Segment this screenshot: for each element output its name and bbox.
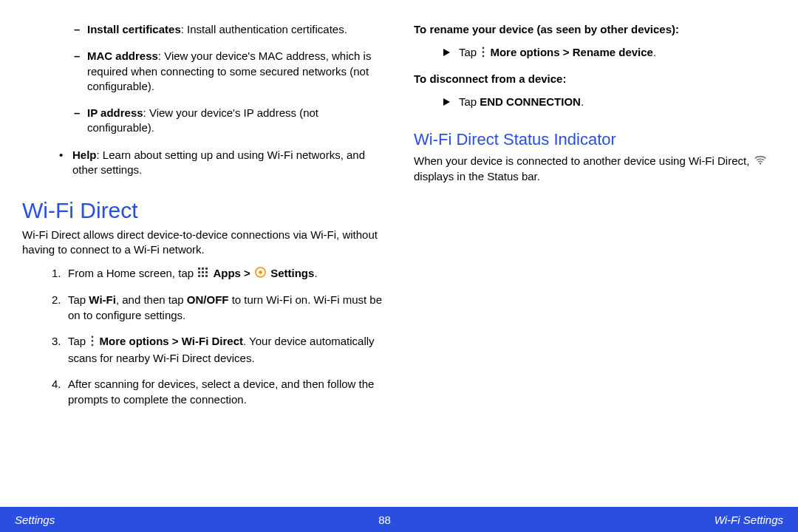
step-1: From a Home screen, tap Apps > Settings. [52, 265, 384, 282]
svg-rect-7 [202, 275, 204, 277]
step-3: Tap More options > Wi-Fi Direct. Your de… [52, 333, 384, 366]
sub-item-mac-address: MAC address: View your device's MAC addr… [74, 49, 384, 94]
footer-right: Wi-Fi Settings [715, 514, 783, 526]
svg-point-10 [259, 270, 262, 274]
rename-heading: To rename your device (as seen by other … [414, 22, 776, 37]
status-indicator-heading: Wi-Fi Direct Status Indicator [414, 130, 776, 149]
settings-gear-icon [255, 266, 266, 282]
sub-label: MAC address [87, 50, 158, 62]
arrow-icon [443, 98, 450, 106]
disconnect-instruction: Tap END CONNECTION. [443, 94, 776, 109]
help-label: Help [72, 149, 97, 161]
sub-label: IP address [87, 106, 143, 119]
right-column: To rename your device (as seen by other … [399, 22, 783, 495]
step-4: After scanning for devices, select a dev… [52, 376, 384, 407]
svg-rect-2 [205, 267, 208, 270]
sub-label: Install certificates [87, 23, 181, 35]
sub-desc: : Install authentication certificates. [181, 23, 347, 35]
wifi-direct-intro: Wi-Fi Direct allows direct device-to-dev… [22, 228, 384, 258]
sub-item-install-certs: Install certificates: Install authentica… [74, 22, 384, 37]
help-item: Help: Learn about setting up and using W… [59, 148, 384, 178]
step-2: Tap Wi-Fi, and then tap ON/OFF to turn W… [52, 292, 384, 323]
footer-page-number: 88 [378, 514, 391, 526]
help-list: Help: Learn about setting up and using W… [22, 148, 384, 178]
rename-instruction: Tap More options > Rename device. [443, 44, 776, 61]
wifi-direct-steps: From a Home screen, tap Apps > Settings.… [22, 265, 384, 407]
svg-point-11 [92, 335, 94, 338]
sub-item-ip-address: IP address: View your device's IP addres… [74, 106, 384, 136]
svg-rect-3 [198, 271, 200, 273]
svg-rect-5 [205, 271, 208, 273]
svg-rect-1 [202, 267, 204, 270]
svg-rect-0 [198, 267, 200, 270]
svg-rect-4 [202, 271, 204, 273]
status-indicator-text: When your device is connected to another… [414, 154, 776, 184]
svg-point-15 [482, 51, 485, 53]
page-footer: Settings 88 Wi-Fi Settings [0, 507, 798, 532]
svg-point-13 [92, 344, 94, 346]
help-desc: : Learn about setting up and using Wi-Fi… [72, 149, 365, 176]
svg-point-17 [759, 163, 760, 164]
advanced-sublist: Install certificates: Install authentica… [22, 22, 384, 136]
svg-rect-8 [205, 275, 208, 277]
wifi-direct-heading: Wi-Fi Direct [22, 198, 384, 223]
disconnect-heading: To disconnect from a device: [414, 72, 776, 86]
svg-point-12 [92, 340, 94, 342]
svg-point-14 [482, 47, 485, 49]
footer-left: Settings [15, 514, 55, 526]
left-column: Install certificates: Install authentica… [15, 22, 399, 495]
wifi-signal-icon [754, 154, 766, 169]
apps-grid-icon [198, 266, 208, 282]
more-options-icon [90, 335, 95, 350]
svg-rect-6 [198, 275, 200, 277]
more-options-icon [481, 46, 485, 61]
svg-point-16 [482, 55, 485, 57]
arrow-icon [443, 49, 450, 56]
